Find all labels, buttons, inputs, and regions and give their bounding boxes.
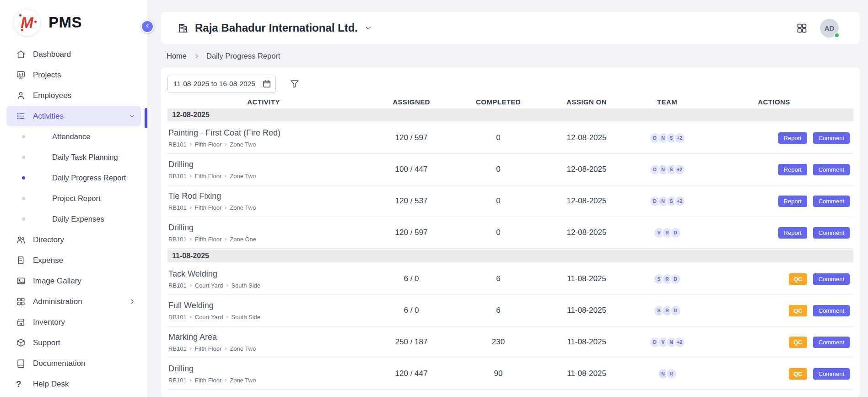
company-selector[interactable]: Raja Bahadur International Ltd. [178, 22, 372, 34]
chevron-down-icon [129, 113, 135, 120]
path-separator-icon: › [226, 282, 228, 288]
path-segment: South Side [231, 282, 260, 289]
comment-button[interactable]: Comment [813, 164, 850, 175]
assign-on-value: 11-08-2025 [534, 306, 640, 315]
avatar-initials: AD [825, 24, 835, 32]
actions-cell: QC Comment [695, 337, 853, 348]
sidebar-item-administration[interactable]: Administration [6, 291, 141, 312]
table-row: Tack Welding RB101›Court Yard›South Side… [167, 263, 853, 295]
path-segment: RB101 [168, 236, 187, 243]
actions-cell: Report Comment [695, 227, 853, 239]
sidebar-item-support[interactable]: Support [6, 332, 141, 353]
comment-button[interactable]: Comment [813, 368, 850, 380]
actions-cell: QC Comment [695, 273, 853, 285]
path-segment: RB101 [168, 173, 187, 179]
comment-button[interactable]: Comment [813, 273, 850, 285]
date-group-header: 11-08-2025 [167, 250, 853, 262]
sidebar-item-help-desk[interactable]: ? Help Desk [6, 374, 141, 394]
person-icon [16, 91, 26, 100]
sidebar-item-employees[interactable]: Employees [6, 85, 141, 106]
filter-toolbar [167, 75, 853, 93]
completed-value: 0 [463, 228, 534, 237]
path-segment: Zone Two [230, 377, 256, 384]
report-button[interactable]: Report [778, 196, 807, 207]
sidebar-item-activities[interactable]: Activities [6, 106, 141, 126]
completed-value: 230 [463, 337, 534, 347]
team-overflow-badge[interactable]: +2 [674, 196, 685, 207]
team-avatars: NR [640, 368, 695, 380]
date-range-input[interactable] [167, 75, 276, 93]
sidebar-subitem-attendance[interactable]: Attendance [0, 126, 147, 147]
sidebar-nav: Dashboard Projects Employees Activities … [0, 42, 147, 394]
qc-button[interactable]: QC [789, 273, 807, 285]
actions-cell: Report Comment [695, 132, 853, 144]
apps-grid-button[interactable] [796, 22, 808, 34]
team-overflow-badge[interactable]: +2 [674, 337, 685, 348]
sidebar: M PMS Dashboard Projects Employees Activ… [0, 0, 148, 397]
sidebar-subitem-daily-progress-report[interactable]: Daily Progress Report [0, 168, 147, 188]
table-row: Painting - First Coat (Fire Red) RB101›F… [167, 122, 853, 154]
comment-button[interactable]: Comment [813, 337, 850, 348]
logo-letter: M [21, 15, 33, 30]
submenu-item-label: Attendance [52, 132, 90, 141]
date-range-field [167, 75, 276, 93]
sidebar-item-image-gallery[interactable]: Image Gallary [6, 271, 141, 291]
team-overflow-badge[interactable]: +2 [674, 132, 685, 144]
sidebar-item-inventory[interactable]: Inventory [6, 312, 141, 332]
comment-button[interactable]: Comment [813, 132, 850, 144]
path-segment: Fifth Floor [195, 173, 222, 179]
breadcrumb-current: Daily Progress Report [206, 52, 280, 60]
comment-button[interactable]: Comment [813, 227, 850, 239]
sidebar-item-directory[interactable]: Directory [6, 229, 141, 250]
column-header-assign-on: ASSIGN ON [534, 98, 640, 106]
sidebar-subitem-daily-expenses[interactable]: Daily Expenses [0, 209, 147, 229]
path-segment: Fifth Floor [195, 236, 222, 243]
sidebar-item-label: Projects [33, 71, 61, 80]
chevron-right-icon [129, 298, 135, 305]
sidebar-item-expense[interactable]: Expense [6, 250, 141, 271]
table-row: Full Welding RB101›Court Yard›South Side… [167, 295, 853, 326]
store-icon [16, 317, 26, 327]
user-avatar[interactable]: AD [820, 19, 839, 38]
top-header: Raja Bahadur International Ltd. AD [161, 12, 860, 44]
receipt-icon [16, 256, 26, 265]
sidebar-item-label: Image Gallary [33, 277, 81, 286]
team-avatar: D [670, 305, 681, 316]
sidebar-collapse-button[interactable] [141, 20, 154, 33]
activity-title: Full Welding [168, 301, 357, 310]
path-segment: Court Yard [195, 282, 223, 289]
report-button[interactable]: Report [778, 164, 807, 175]
comment-button[interactable]: Comment [813, 305, 850, 316]
submenu-item-label: Daily Task Planning [52, 153, 118, 162]
breadcrumb-home[interactable]: Home [167, 52, 187, 60]
completed-value: 6 [463, 306, 534, 315]
sidebar-item-label: Documentation [33, 359, 85, 368]
qc-button[interactable]: QC [789, 368, 807, 380]
filter-button[interactable] [290, 79, 300, 89]
package-icon [16, 338, 26, 348]
report-button[interactable]: Report [778, 227, 807, 239]
submenu-item-label: Daily Expenses [52, 215, 104, 223]
path-segment: RB101 [168, 204, 187, 211]
sidebar-item-projects[interactable]: Projects [6, 65, 141, 85]
table-row: Drilling RB101›Fifth Floor›Zone Two 120 … [167, 358, 853, 390]
sidebar-item-documentation[interactable]: Documentation [6, 353, 141, 374]
sidebar-item-dashboard[interactable]: Dashboard [6, 44, 141, 65]
sidebar-subitem-daily-task-planning[interactable]: Daily Task Planning [0, 147, 147, 168]
report-button[interactable]: Report [778, 132, 807, 144]
grid-icon [16, 297, 26, 306]
activity-cell: Drilling RB101›Fifth Floor›Zone One [167, 218, 360, 247]
logo-icon: M [14, 9, 40, 36]
sidebar-subitem-project-report[interactable]: Project Report [0, 188, 147, 209]
assign-on-value: 11-08-2025 [534, 369, 640, 378]
completed-value: 90 [463, 369, 534, 378]
bullet-dot-icon [22, 218, 25, 221]
qc-button[interactable]: QC [789, 337, 807, 348]
breadcrumb: Home Daily Progress Report [167, 52, 860, 60]
submenu-item-label: Project Report [52, 194, 100, 203]
assign-on-value: 12-08-2025 [534, 133, 640, 142]
path-separator-icon: › [190, 236, 192, 242]
qc-button[interactable]: QC [789, 305, 807, 316]
team-overflow-badge[interactable]: +2 [674, 164, 685, 175]
comment-button[interactable]: Comment [813, 196, 850, 207]
